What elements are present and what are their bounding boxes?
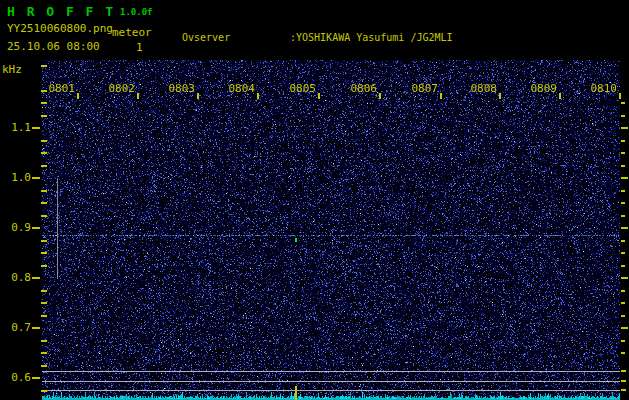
- freq-minor-tick: [621, 327, 628, 329]
- time-tick: [197, 93, 199, 99]
- freq-tick-label: 0.7: [0, 322, 31, 334]
- freq-minor-tick: [41, 65, 47, 67]
- time-tick: [257, 93, 259, 99]
- freq-minor-tick: [41, 140, 47, 142]
- time-tick: [137, 93, 139, 99]
- freq-minor-tick: [41, 315, 47, 317]
- freq-minor-tick: [41, 152, 47, 154]
- time-tick: [559, 93, 561, 99]
- freq-minor-tick: [41, 352, 47, 354]
- freq-minor-tick: [41, 115, 47, 117]
- freq-minor-tick: [621, 389, 626, 391]
- app-version: 1.0.0f: [120, 7, 153, 17]
- freq-tick-label: 0.9: [0, 222, 31, 234]
- time-tick-label: 0808: [469, 83, 497, 94]
- freq-minor-tick: [41, 302, 47, 304]
- freq-axis-unit: kHz: [2, 63, 22, 76]
- station-label: Ovserver: [182, 31, 290, 45]
- meteor-count-value: 1: [136, 41, 143, 54]
- freq-minor-tick: [621, 370, 626, 372]
- time-tick-label: 0803: [167, 83, 195, 94]
- time-tick: [499, 93, 501, 99]
- freq-minor-tick: [621, 227, 628, 229]
- freq-minor-tick: [621, 140, 625, 142]
- freq-minor-tick: [41, 290, 47, 292]
- output-filename: YY2510060800.png: [7, 22, 113, 35]
- signal-scale-bar: [57, 178, 58, 279]
- observation-mode-label: meteor: [112, 26, 152, 39]
- freq-minor-tick: [621, 215, 625, 217]
- freq-major-tick: [32, 327, 40, 329]
- time-tick-label: 0810: [589, 83, 617, 94]
- freq-minor-tick: [41, 365, 47, 367]
- freq-minor-tick: [621, 202, 625, 204]
- freq-minor-tick: [621, 380, 626, 382]
- freq-minor-tick: [41, 390, 47, 392]
- freq-minor-tick: [621, 102, 625, 104]
- freq-minor-tick: [621, 277, 628, 279]
- freq-major-tick: [32, 377, 40, 379]
- time-tick: [379, 93, 381, 99]
- station-value: :YOSHIKAWA Yasufumi /JG2MLI: [290, 31, 453, 45]
- time-tick-label: 0806: [349, 83, 377, 94]
- freq-minor-tick: [621, 177, 628, 179]
- freq-minor-tick: [621, 340, 625, 342]
- freq-minor-tick: [621, 290, 625, 292]
- freq-major-tick: [32, 277, 40, 279]
- freq-minor-tick: [41, 240, 47, 242]
- freq-minor-tick: [41, 252, 47, 254]
- freq-minor-tick: [621, 127, 628, 129]
- carrier-reference-line: [42, 390, 620, 391]
- freq-minor-tick: [621, 152, 625, 154]
- hrofft-window: H R O F F T 1.0.0f YY2510060800.png mete…: [0, 0, 629, 400]
- freq-major-tick: [32, 227, 40, 229]
- freq-minor-tick: [41, 90, 47, 92]
- freq-tick-label: 1.1: [0, 122, 31, 134]
- freq-minor-tick: [41, 215, 47, 217]
- freq-major-tick: [32, 127, 40, 129]
- spectrogram-canvas: [42, 60, 620, 400]
- freq-minor-tick: [621, 115, 625, 117]
- freq-tick-label: 0.6: [0, 372, 31, 384]
- freq-minor-tick: [621, 165, 625, 167]
- time-tick-label: 0807: [410, 83, 438, 94]
- meteor-echo-marker: [295, 238, 297, 242]
- carrier-reference-line: [42, 381, 620, 382]
- event-time-marker: [295, 386, 297, 400]
- freq-minor-tick: [621, 252, 625, 254]
- freq-tick-label: 0.8: [0, 272, 31, 284]
- time-tick-label: 0802: [107, 83, 135, 94]
- freq-minor-tick: [621, 265, 625, 267]
- app-title: H R O F F T: [7, 4, 115, 19]
- time-tick-label: 0809: [529, 83, 557, 94]
- observation-datetime: 25.10.06 08:00: [7, 40, 100, 53]
- freq-tick-label: 1.0: [0, 172, 31, 184]
- freq-minor-tick: [41, 265, 47, 267]
- time-tick: [318, 93, 320, 99]
- station-row-observer: Ovserver:YOSHIKAWA Yasufumi /JG2MLI: [182, 31, 573, 45]
- freq-minor-tick: [41, 202, 47, 204]
- freq-minor-tick: [621, 315, 625, 317]
- freq-minor-tick: [41, 165, 47, 167]
- freq-minor-tick: [41, 102, 47, 104]
- carrier-reference-line: [42, 371, 620, 372]
- freq-minor-tick: [621, 302, 625, 304]
- freq-major-tick: [32, 177, 40, 179]
- time-tick: [619, 93, 621, 99]
- time-tick-label: 0805: [288, 83, 316, 94]
- freq-minor-tick: [41, 190, 47, 192]
- freq-minor-tick: [621, 352, 625, 354]
- freq-minor-tick: [621, 190, 625, 192]
- time-tick: [77, 93, 79, 99]
- freq-minor-tick: [621, 240, 625, 242]
- freq-minor-tick: [41, 340, 47, 342]
- time-tick-label: 0801: [47, 83, 75, 94]
- time-tick-label: 0804: [227, 83, 255, 94]
- time-tick: [440, 93, 442, 99]
